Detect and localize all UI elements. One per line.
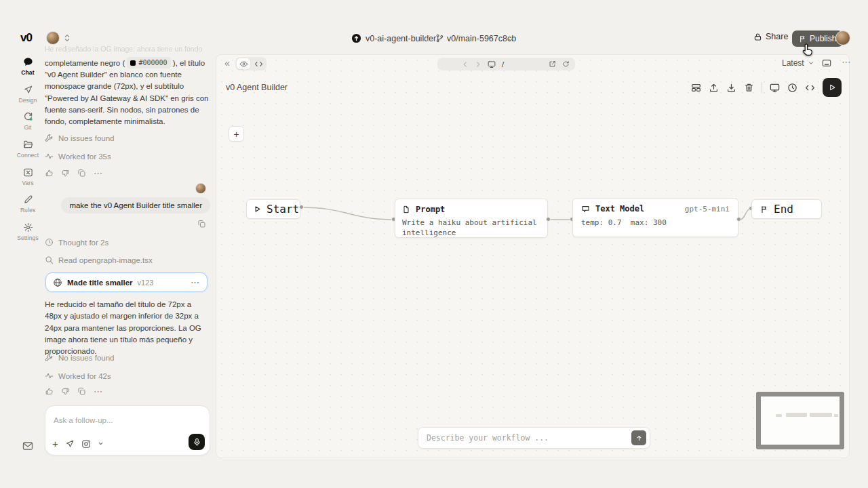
more-actions-icon[interactable]: ⋯: [94, 386, 103, 396]
publish-label: Publish: [810, 34, 836, 43]
wrench-icon: [45, 134, 54, 142]
sidebar-item-git[interactable]: Git: [16, 112, 39, 131]
sidebar-item-design[interactable]: Design: [16, 85, 39, 104]
publish-flag-icon: [799, 35, 806, 43]
folder-icon: [23, 140, 33, 150]
document-icon: [402, 205, 410, 214]
message-actions: ⋯: [45, 168, 103, 178]
lock-icon: [753, 33, 762, 41]
user-avatar[interactable]: [835, 30, 850, 45]
copy-user-message-icon[interactable]: [197, 220, 206, 228]
chat-panel: He rediseñado la OG image: ahora tiene u…: [43, 43, 212, 455]
thumbs-down-icon[interactable]: [61, 387, 70, 396]
user-message-avatar: [195, 183, 206, 194]
thumbs-down-icon[interactable]: [61, 169, 70, 178]
version-card[interactable]: Made title smaller v123 ⋯: [45, 272, 208, 292]
canvas-minimap[interactable]: [756, 392, 844, 449]
connection-handle[interactable]: [546, 217, 551, 222]
sidebar-item-settings[interactable]: Settings: [16, 222, 39, 241]
sidebar-label: Rules: [20, 207, 35, 214]
workspace-avatar[interactable]: [46, 31, 60, 45]
workflow-composer: [418, 427, 650, 449]
share-label: Share: [766, 32, 788, 41]
sidebar-item-rules[interactable]: Rules: [16, 195, 39, 214]
chevron-down-icon[interactable]: [98, 441, 104, 447]
preview-panel: « / Latest ⋯ v0 A: [216, 54, 850, 458]
more-actions-icon[interactable]: ⋯: [94, 168, 103, 178]
read-file-step[interactable]: Read opengraph-image.tsx: [45, 256, 153, 264]
sidebar-label: Git: [24, 124, 31, 131]
black-swatch: [130, 60, 136, 66]
gear-icon: [23, 222, 33, 232]
attach-plus-icon[interactable]: +: [52, 438, 58, 449]
git-sync-icon: [23, 112, 33, 122]
thumbs-up-icon[interactable]: [45, 169, 54, 178]
user-message-bubble: make the v0 Agent Builder title smaller: [61, 197, 210, 214]
followup-input[interactable]: [54, 416, 201, 424]
assistant-message: He reducido el tamaño del título de 72px…: [45, 299, 209, 357]
workflow-edges: [216, 55, 850, 459]
issues-status: No issues found: [45, 353, 114, 362]
connection-handle[interactable]: [299, 205, 304, 209]
node-label: Prompt: [416, 205, 445, 214]
sidebar-item-chat[interactable]: Chat: [16, 57, 39, 76]
mic-icon: [193, 438, 201, 447]
issues-status: No issues found: [45, 134, 114, 142]
sidebar-item-connect[interactable]: Connect: [16, 140, 39, 159]
sidebar-label: Chat: [21, 69, 34, 76]
node-label: Start: [267, 203, 299, 216]
version-menu-icon[interactable]: ⋯: [191, 277, 200, 287]
v0-logo[interactable]: v0: [20, 31, 32, 45]
sidebar-item-vars[interactable]: Vars: [16, 167, 39, 186]
design-cursor-icon[interactable]: [65, 439, 75, 449]
media-source-icon[interactable]: [81, 439, 91, 449]
node-start[interactable]: Start: [246, 199, 300, 219]
submit-workflow-button[interactable]: [631, 430, 646, 445]
node-label: End: [774, 203, 793, 216]
sidebar-label: Connect: [17, 152, 39, 159]
copy-icon[interactable]: [77, 169, 86, 178]
connection-handle[interactable]: [736, 217, 741, 222]
node-text-model[interactable]: Text Model gpt-5-mini temp: 0.7 max: 300: [572, 198, 738, 237]
node-end[interactable]: End: [751, 199, 822, 219]
pencil-icon: [23, 195, 33, 205]
node-params: temp: 0.7 max: 300: [581, 218, 730, 228]
design-cursor-icon: [23, 85, 33, 95]
activity-icon: [45, 152, 54, 161]
play-icon: [254, 205, 261, 213]
project-status-icon: [351, 33, 361, 43]
color-swatch-chip: #000000: [127, 57, 170, 68]
globe-icon: [53, 278, 62, 287]
mic-button[interactable]: [189, 434, 205, 450]
flag-icon: [760, 205, 768, 214]
message-bubble-icon: [581, 205, 590, 214]
workflow-input[interactable]: [427, 433, 631, 443]
branch-name[interactable]: v0/main-5967c8cb: [447, 34, 516, 43]
thumbs-up-icon[interactable]: [45, 387, 54, 396]
arrow-up-icon: [635, 434, 643, 442]
node-label: Text Model: [595, 204, 644, 214]
share-button[interactable]: Share: [753, 32, 788, 41]
assistant-message: completamente negro ( #000000 ), el títu…: [45, 57, 209, 127]
node-body: Write a haiku about artificial intellige…: [402, 218, 540, 238]
thought-step[interactable]: Thought for 2s: [45, 238, 108, 247]
workspace-switcher-icon[interactable]: [62, 33, 72, 43]
sidebar-label: Vars: [22, 180, 33, 186]
vars-icon: [23, 167, 33, 178]
search-icon: [45, 256, 54, 264]
chat-composer: +: [45, 405, 210, 455]
branch-chevron-down-icon[interactable]: [507, 36, 514, 43]
model-badge: gpt-5-mini: [685, 205, 730, 214]
thought-clock-icon: [45, 238, 54, 247]
sidebar-label: Design: [18, 97, 37, 104]
feedback-mail-icon[interactable]: [22, 441, 33, 451]
git-branch-icon: [435, 34, 444, 43]
project-name[interactable]: v0-ai-agent-builder: [366, 34, 436, 43]
scrolled-text-remnant: He rediseñado la OG image: ahora tiene u…: [45, 45, 212, 53]
worked-status: Worked for 42s: [45, 371, 111, 380]
copy-icon[interactable]: [77, 387, 86, 396]
wrench-icon: [45, 353, 54, 362]
sidebar-label: Settings: [17, 235, 39, 241]
node-prompt[interactable]: Prompt Write a haiku about artificial in…: [395, 199, 548, 238]
message-actions: ⋯: [45, 386, 103, 396]
